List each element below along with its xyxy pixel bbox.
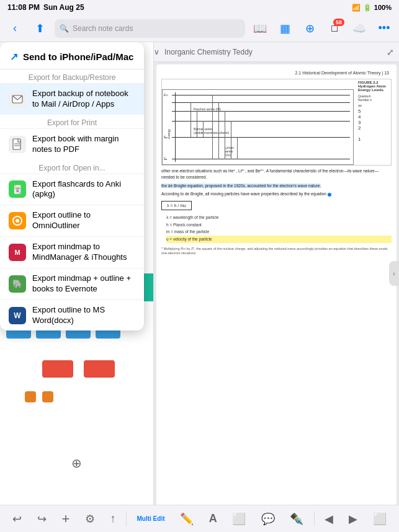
network-button[interactable]: ⊕	[300, 19, 320, 38]
doc-figure: FIGURE 2.2 Hydrogen Atom Energy Levels. …	[161, 79, 392, 166]
quantum-header: QuantumNumber n	[358, 94, 390, 102]
lyman-label: Lymanseries(UV)	[225, 146, 234, 157]
figure-title: 2.1 Historical Development of Atomic The…	[161, 69, 392, 76]
doc-content: 2.1 Historical Development of Atomic The…	[156, 64, 397, 505]
svg-point-5	[16, 219, 19, 223]
search-icon: 🔍	[60, 24, 69, 33]
export-mindmanager-label: Export mindmap to MindManager & iThought…	[32, 242, 135, 263]
legend-item-3: m = mass of the particle	[166, 228, 392, 236]
node-orange-1	[25, 391, 36, 402]
pen-icon: ✏️	[180, 512, 194, 526]
upload-button[interactable]: ⬆	[30, 19, 50, 38]
anki-icon: 🃏	[9, 180, 26, 198]
right-panel: ∨ Inorganic Chemistry Teddy ⤢ 2.1 Histor…	[154, 42, 399, 505]
level-2	[172, 137, 350, 138]
level-5	[172, 102, 350, 103]
brush-icon: ✒️	[290, 512, 303, 526]
export-omni-item[interactable]: Export outline to OmniOutliner	[0, 205, 144, 236]
cloud-button[interactable]: ☁️	[349, 19, 369, 38]
date: Sun Aug 25	[43, 3, 84, 12]
pen-button[interactable]: ✏️	[175, 510, 199, 528]
redo-icon: ↪	[37, 512, 47, 526]
level-4	[172, 111, 350, 112]
fullscreen-icon: ⬜	[373, 512, 387, 526]
compass-icon: ⊕	[71, 456, 82, 471]
book-view-button[interactable]: 📖	[250, 19, 270, 38]
legend-item-2: h = Planck constant	[166, 221, 392, 229]
legend-item-1: λ = wavelength of the particle	[166, 214, 392, 221]
export-mindmanager-item[interactable]: M Export mindmap to MindManager & iThoug…	[0, 236, 144, 268]
body-text-1: other one-electron situations such as He…	[161, 168, 392, 180]
share-button[interactable]: ↑	[105, 510, 120, 528]
status-left: 11:08 PM Sun Aug 25	[7, 3, 84, 12]
export-backup-label: Export backup of notebook to Mail / AirD…	[32, 89, 135, 110]
settings-button[interactable]: ⚙	[80, 510, 100, 528]
multi-edit-button[interactable]: Multi Edit	[132, 513, 170, 525]
wifi-icon: 📶	[352, 4, 361, 12]
evernote-icon: 🐘	[9, 275, 26, 293]
status-bar: 11:08 PM Sun Aug 25 📶 🔋 100%	[0, 0, 399, 15]
body-text-3-content: According to de Broglie, all moving part…	[161, 192, 326, 196]
body-text-3: According to de Broglie, all moving part…	[161, 191, 392, 197]
battery-icon: 🔋	[363, 4, 372, 12]
mail-icon	[9, 91, 26, 108]
nav-bar: ‹ ⬆ 🔍 Search note cards 📖 ▦ ⊕ □ 58 ☁️ ••…	[0, 15, 399, 42]
body-text-2: the de Broglie equation, proposed in the…	[161, 183, 392, 189]
menu-header: ↗ Send to iPhone/iPad/Mac	[0, 42, 144, 69]
shape-icon: ⬜	[232, 512, 246, 526]
main-content: ↗ Send to iPhone/iPad/Mac Export for Bac…	[0, 42, 399, 505]
paschen-label: Paschen series (IR)	[194, 107, 221, 111]
legend-item-4: υ = velocity of the particle	[166, 236, 392, 243]
comment-button[interactable]: 💬	[256, 510, 280, 528]
time: 11:08 PM	[7, 3, 40, 12]
send-icon: ↗	[10, 51, 18, 63]
undo-button[interactable]: ↩	[7, 510, 27, 528]
export-backup-item[interactable]: Export backup of notebook to Mail / AirD…	[0, 83, 144, 115]
e-label-1: E₁	[164, 157, 167, 161]
section-label-2: Export for Print	[0, 115, 144, 128]
grid-view-button[interactable]: ▦	[275, 19, 295, 38]
text-button[interactable]: A	[204, 510, 222, 528]
doc-header: ∨ Inorganic Chemistry Teddy ⤢	[154, 42, 399, 62]
more-button[interactable]: •••	[374, 19, 394, 38]
doc-title: Inorganic Chemistry Teddy	[164, 48, 253, 56]
back-button[interactable]: ‹	[5, 19, 25, 38]
export-word-label: Export outline to MS Word(docx)	[32, 305, 135, 326]
fullscreen-button[interactable]: ⬜	[368, 510, 392, 528]
chevron-down-icon: ∨	[154, 48, 159, 56]
bottom-toolbar: ↩ ↪ + ⚙ ↑ Multi Edit ✏️ A ⬜ 💬 ✒️ ◀ ▶ ⬜	[0, 505, 399, 532]
text-icon: A	[209, 512, 217, 525]
shape-button[interactable]: ⬜	[227, 510, 251, 528]
brush-button[interactable]: ✒️	[285, 510, 308, 528]
export-anki-label: Export flashcards to Anki (apkg)	[32, 179, 135, 200]
energy-axis-label: Energy	[167, 129, 171, 139]
add-button[interactable]: +	[56, 508, 74, 530]
redo-button[interactable]: ↪	[32, 510, 52, 528]
status-right: 📶 🔋 100%	[352, 4, 392, 12]
lyman-line-2	[218, 102, 219, 159]
lyman-line-1	[212, 95, 213, 159]
export-evernote-item[interactable]: 🐘 Export mindmap + outline + books to Ev…	[0, 268, 144, 299]
search-placeholder: Search note cards	[73, 24, 133, 33]
export-anki-item[interactable]: 🃏 Export flashcards to Anki (apkg)	[0, 174, 144, 205]
lyman-line-5	[237, 137, 238, 159]
word-icon: W	[9, 307, 26, 324]
nav-forward-button[interactable]: ▶	[344, 510, 362, 528]
multi-edit-label: Multi Edit	[137, 515, 165, 522]
balmer-label: Balmer series(visible transitions shown)	[194, 127, 229, 135]
right-edge-expand[interactable]: ‹	[389, 261, 399, 286]
badge-button[interactable]: □ 58	[325, 19, 344, 38]
annotation-dot	[328, 193, 331, 197]
nav-back-button[interactable]: ◀	[320, 510, 338, 528]
n-values: ∞54321	[358, 103, 390, 142]
expand-icon[interactable]: ⤢	[387, 47, 394, 57]
e-label-top: E∞	[164, 93, 168, 97]
battery-level: 100%	[374, 4, 392, 11]
level-inf	[172, 95, 350, 95]
export-pdf-item[interactable]: Export book with margin notes to PDF	[0, 128, 144, 160]
export-word-item[interactable]: W Export outline to MS Word(docx)	[0, 299, 144, 331]
toolbar-separator-2	[314, 512, 315, 526]
search-bar[interactable]: 🔍 Search note cards	[55, 19, 245, 38]
section-label-1: Export for Backup/Restore	[0, 69, 144, 83]
transition-line-1	[191, 102, 191, 137]
